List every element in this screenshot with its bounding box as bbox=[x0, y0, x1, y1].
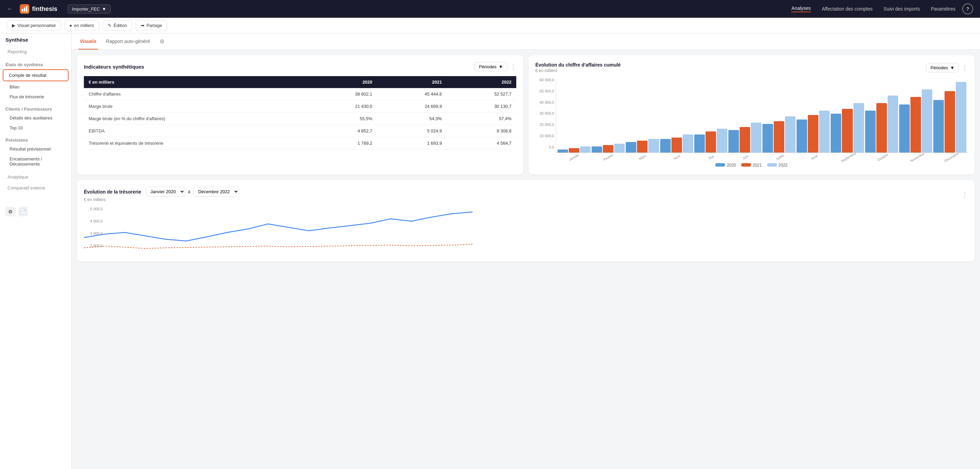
tresorerie-to-select[interactable]: Décembre 2022 bbox=[193, 187, 239, 196]
sidebar-item-flux[interactable]: Flux de trésorerie bbox=[0, 92, 71, 102]
share-icon: ➥ bbox=[141, 23, 145, 28]
bar-group bbox=[729, 123, 761, 153]
bar-group bbox=[797, 111, 830, 153]
circle-icon: ● bbox=[70, 23, 72, 28]
content-area: Visuels Rapport auto-généré ⚙ Indicateur… bbox=[72, 34, 980, 469]
table-cell-value: 4 852,7 bbox=[307, 125, 377, 137]
tresorerie-chart-area: 5 000,0 4 000,0 3 000,0 2 000,0 bbox=[84, 207, 968, 255]
sidebar-item-reporting[interactable]: Reporting bbox=[2, 46, 69, 57]
sidebar-group-previsions: Prévisions bbox=[0, 133, 71, 144]
bar-element bbox=[956, 82, 966, 153]
partage-button[interactable]: ➥ Partage bbox=[136, 21, 167, 30]
nav-link-suivi[interactable]: Suivi des imports bbox=[883, 6, 920, 11]
legend-2021-dot bbox=[741, 163, 751, 167]
bar-element bbox=[819, 111, 830, 153]
sidebar: Synthèse Reporting États de synthèse Com… bbox=[0, 34, 72, 469]
help-button[interactable]: ? bbox=[962, 3, 973, 14]
bar-element bbox=[740, 127, 750, 153]
sidebar-item-analytique[interactable]: Analytique bbox=[2, 172, 69, 182]
bar-element bbox=[660, 139, 671, 153]
sidebar-item-top10[interactable]: Top 10 bbox=[0, 123, 71, 133]
importer-button[interactable]: Importer_FEC ▼ bbox=[67, 5, 111, 14]
tresorerie-from-select[interactable]: Janvier 2020 bbox=[145, 187, 185, 196]
svg-rect-1 bbox=[24, 8, 25, 11]
sidebar-item-bilan[interactable]: Bilan bbox=[0, 82, 71, 92]
nav-link-parametres[interactable]: Paramètres bbox=[931, 6, 955, 11]
partage-label: Partage bbox=[146, 23, 162, 28]
bar-element bbox=[865, 111, 876, 153]
tab-visuels[interactable]: Visuels bbox=[78, 34, 98, 49]
tresorerie-more-button[interactable]: ⋮ bbox=[962, 191, 968, 198]
visuel-button[interactable]: ▶ Visuel personnalisé bbox=[7, 21, 61, 30]
bottom-panels: Évolution de la trésorerie Janvier 2020 … bbox=[72, 180, 980, 267]
logo-icon bbox=[20, 4, 29, 14]
ca-more-button[interactable]: ⋮ bbox=[962, 64, 968, 71]
bar-element bbox=[808, 115, 818, 153]
file-icon[interactable]: 📄 bbox=[18, 207, 28, 216]
legend-2021-label: 2021 bbox=[752, 163, 762, 168]
ca-x-labels: JanvierFévrierMarsAvrilMaiJuinJuilletAoû… bbox=[556, 153, 968, 160]
tresorerie-range: Janvier 2020 à Décembre 2022 bbox=[145, 187, 239, 196]
bar-element bbox=[671, 137, 682, 153]
table-row: Trésorerie et équivalents de trésorerie1… bbox=[84, 137, 516, 150]
app-root: ← finthesis Importer_FEC ▼ Analyses Affe… bbox=[0, 0, 980, 469]
bar-element bbox=[910, 97, 921, 153]
table-cell-value: 1 789,2 bbox=[307, 137, 377, 150]
ca-chart-y-labels: 60 000,0 50 000,0 40 000,0 30 000,0 20 0… bbox=[535, 78, 554, 149]
table-cell-value: 24 669,9 bbox=[377, 100, 447, 113]
tresorerie-chart-svg-wrapper bbox=[84, 207, 968, 255]
ca-periods-chevron: ▼ bbox=[950, 65, 955, 70]
table-cell-value: 1 693,9 bbox=[377, 137, 447, 150]
bar-element bbox=[830, 114, 841, 153]
sidebar-footer: ⚙ 📄 bbox=[0, 203, 71, 220]
sidebar-item-compte-resultat[interactable]: Compte de résultat bbox=[3, 69, 68, 81]
tresorerie-range-separator: à bbox=[188, 189, 190, 194]
bar-group bbox=[865, 96, 898, 153]
sidebar-item-synthese[interactable]: Synthèse bbox=[0, 34, 71, 46]
bar-element bbox=[922, 89, 932, 153]
tresorerie-panel: Évolution de la trésorerie Janvier 2020 … bbox=[77, 180, 975, 262]
nav-link-analyses[interactable]: Analyses bbox=[791, 5, 811, 12]
table-cell-value: 57,4% bbox=[447, 113, 516, 125]
bar-element bbox=[694, 134, 705, 153]
bar-element bbox=[899, 104, 910, 153]
tresorerie-header: Évolution de la trésorerie Janvier 2020 … bbox=[84, 187, 968, 202]
ca-chart-panel: Évolution du chiffre d'affaires cumulé €… bbox=[528, 55, 975, 174]
tresorerie-y-labels: 5 000,0 4 000,0 3 000,0 2 000,0 bbox=[84, 207, 103, 248]
indicators-periods-label: Périodes bbox=[479, 64, 496, 69]
sidebar-item-encaissements[interactable]: Encaissements / Décaissements bbox=[0, 154, 71, 169]
ca-periods-button[interactable]: Périodes ▼ bbox=[926, 63, 959, 72]
table-row: Chiffre d'affaires38 602,145 444,652 527… bbox=[84, 88, 516, 100]
bar-element bbox=[729, 130, 739, 153]
sidebar-item-details[interactable]: Détails des auxiliaires bbox=[0, 113, 71, 123]
ca-chart-subtitle: € en milliers bbox=[535, 68, 620, 73]
edition-button[interactable]: ✎ Édition bbox=[103, 21, 132, 30]
importer-label: Importer_FEC bbox=[72, 6, 100, 11]
tresorerie-subtitle: € en milliers bbox=[84, 197, 239, 202]
table-cell-label: Trésorerie et équivalents de trésorerie bbox=[84, 137, 307, 150]
bar-element bbox=[569, 148, 579, 153]
indicators-panel-header: Indicateurs synthétiques Périodes ▼ ⋮ bbox=[84, 62, 516, 71]
sidebar-item-resultat-prev[interactable]: Résultat prévisionnel bbox=[0, 144, 71, 154]
tab-gear-icon[interactable]: ⚙ bbox=[158, 34, 166, 49]
ca-chart-header: Évolution du chiffre d'affaires cumulé €… bbox=[535, 62, 968, 73]
bar-element bbox=[774, 121, 784, 153]
indicators-periods-button[interactable]: Périodes ▼ bbox=[475, 62, 508, 71]
settings-icon[interactable]: ⚙ bbox=[5, 207, 15, 216]
ca-bar-groups bbox=[556, 78, 968, 153]
indicators-panel: Indicateurs synthétiques Périodes ▼ ⋮ bbox=[77, 55, 523, 174]
bar-element bbox=[603, 145, 613, 153]
indicators-title: Indicateurs synthétiques bbox=[84, 64, 144, 70]
tab-rapport[interactable]: Rapport auto-généré bbox=[105, 34, 151, 49]
back-button[interactable]: ← bbox=[7, 5, 13, 13]
table-header-row: € en milliers 2020 2021 2022 bbox=[84, 76, 516, 88]
milliers-button[interactable]: ● en milliers bbox=[64, 21, 99, 30]
bar-element bbox=[842, 109, 853, 153]
sidebar-item-comparatif[interactable]: Comparatif externe bbox=[2, 183, 69, 193]
sidebar-group-etats: États de synthèse bbox=[0, 57, 71, 69]
bar-element bbox=[888, 96, 898, 153]
indicators-more-button[interactable]: ⋮ bbox=[510, 63, 516, 71]
legend-2022-label: 2022 bbox=[778, 163, 788, 168]
nav-link-affectation[interactable]: Affectation des comptes bbox=[822, 6, 873, 11]
visuel-label: Visuel personnalisé bbox=[18, 23, 56, 28]
